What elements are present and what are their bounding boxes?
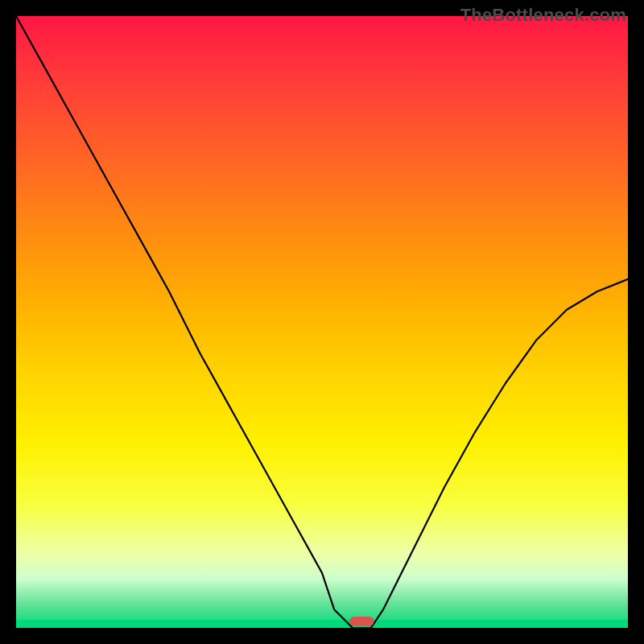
plot-area — [16, 16, 628, 628]
chart-frame: TheBottleneck.com — [0, 0, 644, 644]
chart-svg — [16, 16, 628, 628]
svg-rect-1 — [16, 620, 628, 628]
svg-rect-0 — [16, 16, 628, 628]
watermark-text: TheBottleneck.com — [460, 5, 626, 26]
minimum-marker — [349, 617, 374, 626]
